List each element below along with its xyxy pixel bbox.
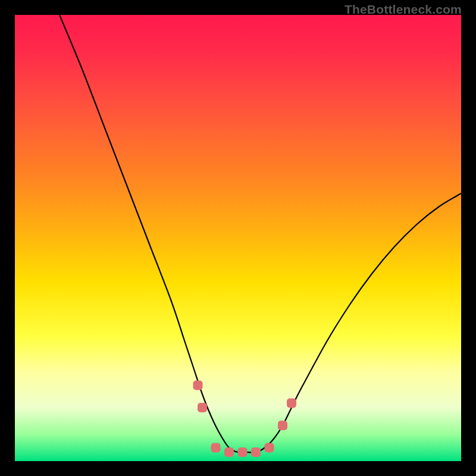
marker-point	[287, 399, 296, 408]
markers-group	[193, 381, 297, 458]
marker-point	[193, 381, 203, 390]
marker-point	[251, 447, 261, 457]
plot-area	[15, 15, 461, 461]
marker-point	[238, 447, 248, 457]
marker-point	[224, 447, 234, 457]
watermark-text: TheBottleneck.com	[345, 2, 462, 17]
marker-point	[265, 443, 274, 453]
marker-point	[211, 443, 221, 453]
chart-frame: TheBottleneck.com	[0, 0, 476, 476]
marker-point	[198, 403, 207, 412]
chart-svg	[15, 15, 461, 461]
marker-point	[278, 421, 287, 430]
curve-path	[60, 15, 461, 453]
